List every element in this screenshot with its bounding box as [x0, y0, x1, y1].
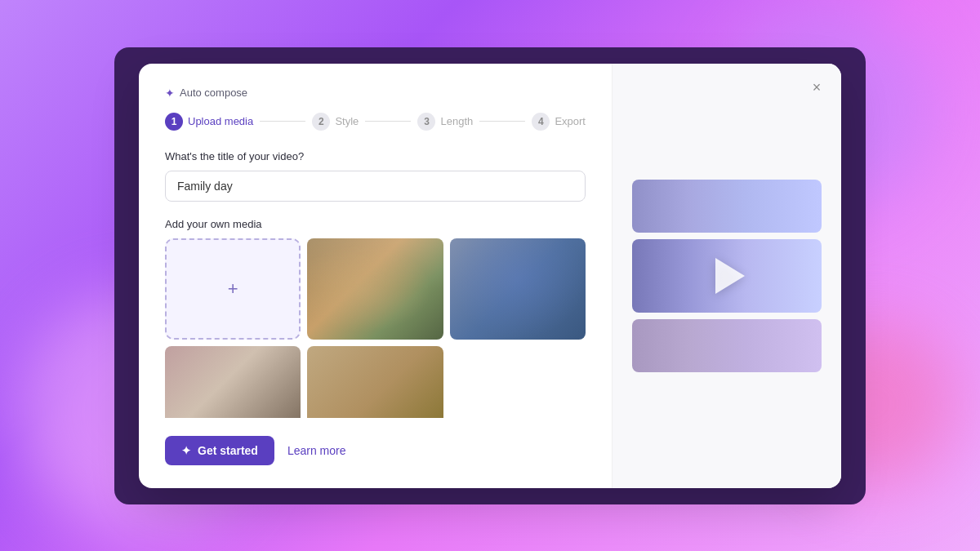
- media-thumbnail-4[interactable]: [307, 346, 443, 417]
- preview-strip-bottom: [632, 319, 822, 372]
- sparkle-icon: ✦: [165, 87, 175, 100]
- step-1-label: Upload media: [188, 115, 253, 127]
- get-started-label: Get started: [198, 444, 258, 457]
- video-title-label: What's the title of your video?: [165, 150, 586, 162]
- steps-indicator: 1 Upload media 2 Style 3 Length 4 Export: [165, 113, 586, 131]
- step-3-number: 3: [417, 113, 435, 131]
- get-started-button[interactable]: ✦ Get started: [165, 436, 274, 465]
- step-2-number: 2: [312, 113, 330, 131]
- preview-strip-middle[interactable]: [632, 239, 822, 313]
- step-1-number: 1: [165, 113, 183, 131]
- add-media-label: Add your own media: [165, 218, 586, 230]
- step-4-label: Export: [555, 115, 586, 127]
- step-4-number: 4: [532, 113, 550, 131]
- auto-compose-badge: ✦ Auto compose: [165, 87, 586, 100]
- add-media-button[interactable]: +: [165, 238, 301, 340]
- add-icon: +: [228, 278, 238, 300]
- step-3[interactable]: 3 Length: [417, 113, 473, 131]
- bottom-actions: ✦ Get started Learn more: [165, 423, 586, 465]
- left-panel: ✦ Auto compose 1 Upload media 2 Style 3 …: [139, 64, 612, 488]
- step-4[interactable]: 4 Export: [532, 113, 586, 131]
- step-2-label: Style: [335, 115, 359, 127]
- main-dialog: × ✦ Auto compose 1 Upload media 2 Style …: [139, 64, 841, 488]
- auto-compose-label: Auto compose: [180, 87, 247, 99]
- step-divider-2-3: [365, 121, 411, 122]
- media-grid-wrapper: +: [165, 238, 586, 418]
- step-2[interactable]: 2 Style: [312, 113, 359, 131]
- media-thumbnail-1[interactable]: [307, 238, 443, 340]
- media-thumbnail-2[interactable]: [450, 238, 586, 340]
- right-panel: [612, 64, 841, 488]
- media-thumbnail-3[interactable]: [165, 346, 301, 417]
- step-3-label: Length: [440, 115, 473, 127]
- close-button[interactable]: ×: [805, 77, 828, 100]
- learn-more-link[interactable]: Learn more: [287, 444, 346, 457]
- step-divider-3-4: [479, 121, 525, 122]
- preview-strip-top: [632, 180, 822, 233]
- play-button-icon[interactable]: [715, 258, 745, 294]
- media-grid: +: [165, 238, 586, 418]
- step-divider-1-2: [260, 121, 305, 122]
- preview-container: [632, 180, 822, 372]
- get-started-sparkle-icon: ✦: [181, 444, 191, 457]
- video-title-input[interactable]: [165, 171, 586, 202]
- step-1[interactable]: 1 Upload media: [165, 113, 253, 131]
